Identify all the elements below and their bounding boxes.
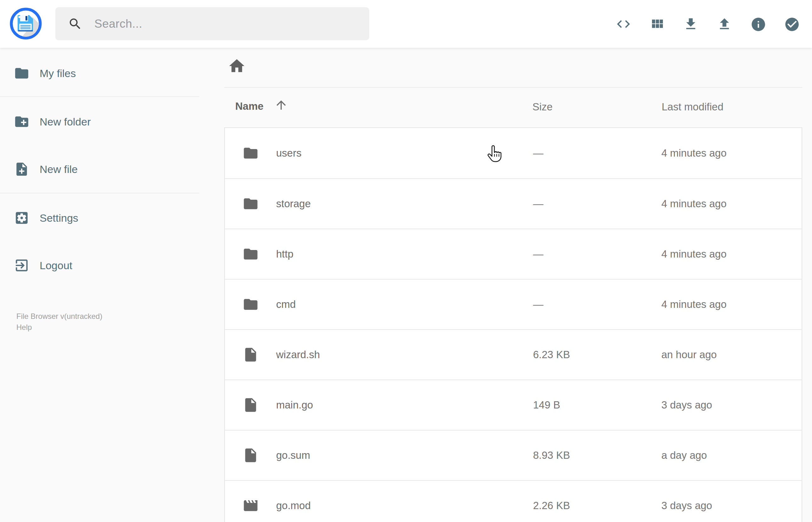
file-name: cmd [276,298,296,310]
sidebar-item-my-files[interactable]: My files [0,65,199,81]
check-circle-icon[interactable] [784,16,799,32]
sidebar-item-new-folder[interactable]: New folder [0,114,199,130]
movie-icon [242,498,259,514]
file-size: 6.23 KB [533,349,570,361]
file-icon [242,346,259,363]
sidebar-item-new-file[interactable]: New file [0,161,199,177]
table-row-go-sum[interactable]: go.sum 8.93 KB a day ago [225,430,801,480]
file-size: 8.93 KB [533,449,570,461]
table-row-go-mod[interactable]: go.mod 2.26 KB 3 days ago [225,480,801,522]
sidebar-divider [0,96,199,97]
table-row-http[interactable]: http — 4 minutes ago [225,228,801,279]
file-icon [242,447,259,463]
file-size: — [533,298,544,310]
file-modified: 4 minutes ago [662,147,727,159]
file-modified: 4 minutes ago [662,248,727,260]
shell-code-icon[interactable] [616,16,631,32]
file-name: go.sum [276,449,310,461]
file-icon [242,397,259,413]
help-link[interactable]: Help [16,322,102,333]
sidebar-item-settings[interactable]: Settings [0,210,199,226]
grid-view-icon[interactable] [649,16,665,32]
file-modified: 4 minutes ago [662,198,727,210]
sidebar-divider [0,193,199,194]
sidebar-footer: File Browser v(untracked) Help [16,311,102,333]
file-size: — [533,198,544,210]
file-name: wizard.sh [276,349,320,361]
file-size: — [533,248,544,260]
logout-icon [14,258,29,273]
sidebar-item-label: My files [40,67,76,80]
table-row-cmd[interactable]: cmd — 4 minutes ago [225,279,801,329]
file-size: 149 B [533,399,560,411]
table-row-main-go[interactable]: main.go 149 B 3 days ago [225,380,801,430]
file-name: main.go [276,399,313,411]
file-modified: 3 days ago [662,500,712,511]
file-name: http [276,248,293,260]
settings-icon [14,210,29,226]
search-placeholder: Search... [94,17,142,31]
sidebar-item-logout[interactable]: Logout [0,257,199,274]
column-header-name[interactable]: Name [235,100,264,112]
file-modified: a day ago [662,449,707,461]
new-file-icon [14,161,29,177]
arrow-up-icon[interactable] [274,98,288,112]
upload-icon[interactable] [717,16,732,32]
folder-icon [242,246,259,262]
folder-icon [242,296,259,313]
sidebar-item-label: New folder [40,116,91,128]
sidebar-item-label: Settings [40,212,78,224]
sidebar-item-label: Logout [40,259,72,272]
sidebar: My files New folder New file Settings [0,48,199,522]
info-icon[interactable] [750,16,766,32]
toolbar-actions [616,0,799,48]
file-modified: an hour ago [662,349,717,361]
folder-icon [242,145,259,161]
version-text: File Browser v(untracked) [16,311,102,322]
file-modified: 3 days ago [662,399,712,411]
file-modified: 4 minutes ago [662,298,727,310]
column-header-size[interactable]: Size [532,101,552,113]
file-name: go.mod [276,500,311,511]
download-icon[interactable] [683,16,698,32]
column-header-modified[interactable]: Last modified [662,101,723,113]
file-name: users [276,147,302,159]
table-row-storage[interactable]: storage — 4 minutes ago [225,178,801,228]
folder-icon [14,65,29,81]
file-browser-logo[interactable] [9,7,42,40]
top-bar: Search... [0,0,812,48]
breadcrumb-divider [224,87,802,88]
file-name: storage [276,198,311,210]
home-breadcrumb-icon[interactable] [228,57,246,75]
table-row-users[interactable]: users — 4 minutes ago [225,128,801,178]
search-input[interactable]: Search... [55,7,369,40]
new-folder-icon [14,114,29,129]
folder-icon [242,196,259,212]
search-icon [68,17,82,31]
file-size: — [533,147,544,159]
table-row-wizard-sh[interactable]: wizard.sh 6.23 KB an hour ago [225,329,801,380]
file-listing: users — 4 minutes ago storage — 4 minute… [224,127,802,522]
sidebar-item-label: New file [40,163,78,176]
file-size: 2.26 KB [533,500,570,511]
